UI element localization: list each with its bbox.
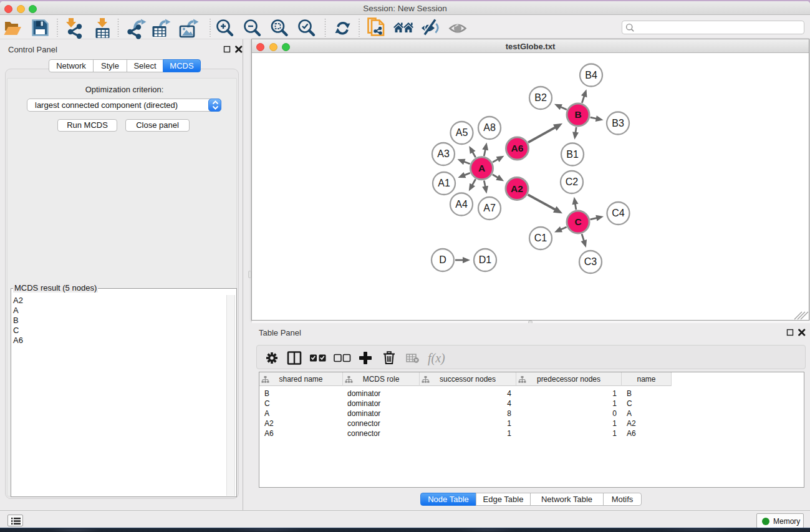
svg-text:A3: A3 <box>437 148 450 159</box>
svg-text:B3: B3 <box>612 118 624 128</box>
svg-text:B4: B4 <box>585 70 597 80</box>
svg-text:A2: A2 <box>511 183 523 194</box>
svg-text:A4: A4 <box>455 199 468 210</box>
svg-text:A8: A8 <box>483 122 496 133</box>
svg-text:f(x): f(x) <box>428 351 445 365</box>
svg-text:A6: A6 <box>511 143 524 153</box>
svg-text:A: A <box>478 163 485 173</box>
svg-text:D1: D1 <box>479 254 492 265</box>
svg-text:C4: C4 <box>612 208 625 218</box>
svg-text:C1: C1 <box>534 233 547 243</box>
svg-text:C2: C2 <box>566 177 579 187</box>
svg-text:B1: B1 <box>566 149 579 160</box>
svg-text:B: B <box>574 109 581 120</box>
svg-text:D: D <box>439 254 446 265</box>
svg-text:A7: A7 <box>483 203 496 213</box>
svg-text:C3: C3 <box>584 256 597 267</box>
svg-text:A5: A5 <box>456 127 468 138</box>
svg-text:A1: A1 <box>438 178 450 188</box>
svg-text:B2: B2 <box>534 92 547 103</box>
svg-text:C: C <box>574 216 581 227</box>
